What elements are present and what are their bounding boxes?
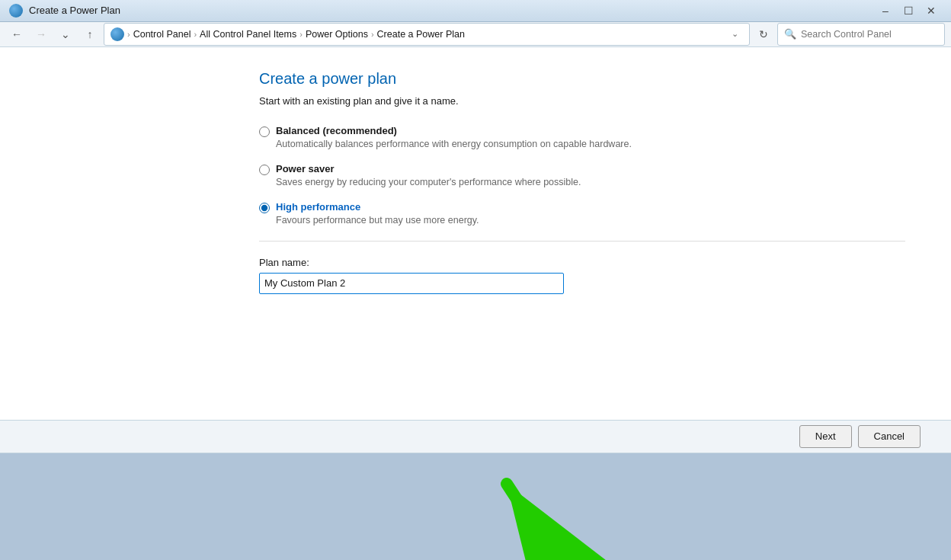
search-input[interactable] <box>801 29 938 40</box>
radio-balanced[interactable] <box>259 126 270 137</box>
plan-option-balanced: Balanced (recommended) Automatically bal… <box>259 125 905 149</box>
plan-option-power-saver: Power saver Saves energy by reducing you… <box>259 163 905 187</box>
main-content: Create a power plan Start with an existi… <box>0 47 951 421</box>
annotation-area <box>0 453 951 560</box>
minimize-button[interactable]: – <box>875 1 896 21</box>
refresh-button[interactable]: ↻ <box>753 24 774 45</box>
refresh-icon: ↻ <box>759 28 768 40</box>
window: Create a Power Plan – ☐ ✕ ← → ⌄ ↑ › Cont… <box>0 0 951 560</box>
plan-desc-high-performance: Favours performance but may use more ene… <box>276 215 479 226</box>
title-bar-controls: – ☐ ✕ <box>875 1 942 21</box>
page-title: Create a power plan <box>259 70 905 88</box>
window-title: Create a Power Plan <box>29 5 120 16</box>
plan-option-high-performance: High performance Favours performance but… <box>259 201 905 226</box>
plan-desc-power-saver: Saves energy by reducing your computer's… <box>276 177 581 187</box>
radio-power-saver[interactable] <box>259 165 270 175</box>
plan-name-section: Plan name: <box>259 257 905 294</box>
radio-high-performance[interactable] <box>259 203 270 213</box>
path-dropdown-button[interactable]: ⌄ <box>726 26 743 43</box>
path-all-items: All Control Panel Items <box>200 29 296 40</box>
path-create-plan: Create a Power Plan <box>377 29 465 40</box>
button-bar: Next Cancel <box>0 421 951 453</box>
divider <box>259 241 905 242</box>
title-bar: Create a Power Plan – ☐ ✕ <box>0 0 951 22</box>
up-icon: ↑ <box>88 28 93 40</box>
path-power-options: Power Options <box>306 29 368 40</box>
window-icon <box>9 4 23 18</box>
search-box: 🔍 <box>777 23 945 46</box>
plan-desc-balanced: Automatically balances performance with … <box>276 139 632 149</box>
address-bar: ← → ⌄ ↑ › Control Panel › All Control Pa… <box>0 22 951 47</box>
svg-line-1 <box>507 484 564 560</box>
close-button[interactable]: ✕ <box>921 1 942 21</box>
search-icon: 🔍 <box>784 28 796 40</box>
plan-name-input[interactable] <box>259 273 564 294</box>
address-path[interactable]: › Control Panel › All Control Panel Item… <box>104 23 750 46</box>
forward-icon: → <box>36 28 46 40</box>
dropdown-icon: ⌄ <box>61 28 70 40</box>
forward-button[interactable]: → <box>30 24 52 45</box>
plan-name-label: Plan name: <box>259 257 905 268</box>
maximize-button[interactable]: ☐ <box>898 1 919 21</box>
cancel-button[interactable]: Cancel <box>858 425 921 448</box>
plan-name-balanced: Balanced (recommended) <box>276 125 632 136</box>
path-icon <box>110 27 124 41</box>
plan-name-power-saver: Power saver <box>276 163 581 174</box>
path-control-panel: Control Panel <box>133 29 191 40</box>
back-icon: ← <box>11 28 22 40</box>
plan-name-high-performance: High performance <box>276 201 479 213</box>
dropdown-button[interactable]: ⌄ <box>55 24 76 45</box>
up-button[interactable]: ↑ <box>79 24 101 45</box>
arrow-annotation <box>442 453 671 560</box>
next-button[interactable]: Next <box>799 425 852 448</box>
back-button[interactable]: ← <box>6 24 27 45</box>
page-subtitle: Start with an existing plan and give it … <box>259 95 905 107</box>
